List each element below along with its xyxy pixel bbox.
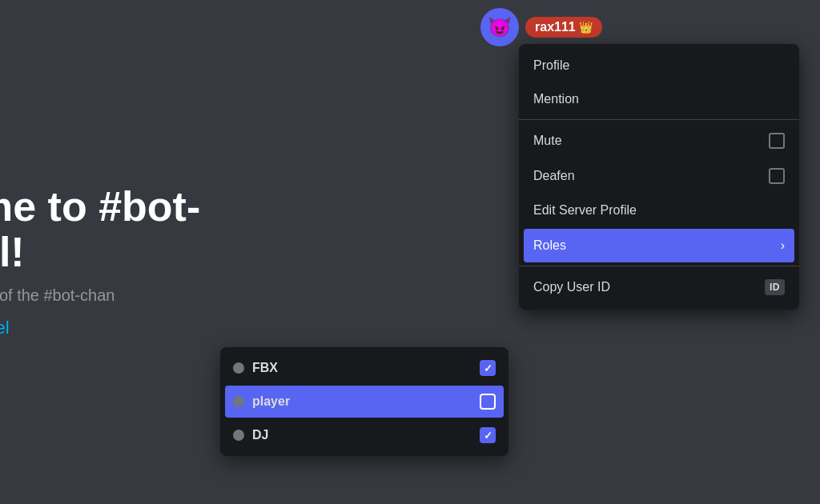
- avatar[interactable]: 😈: [480, 8, 519, 46]
- divider-1: [519, 119, 799, 120]
- roles-submenu: FBX player DJ: [220, 347, 508, 456]
- roles-item-dj[interactable]: DJ: [220, 419, 508, 451]
- menu-label-mention: Mention: [533, 92, 579, 106]
- menu-label-deafen: Deafen: [533, 169, 575, 183]
- id-badge: ID: [765, 279, 785, 295]
- id-badge-container: ID: [765, 279, 785, 295]
- roles-item-fbx[interactable]: FBX: [220, 352, 508, 384]
- menu-label-profile: Profile: [533, 58, 569, 73]
- player-dot: [233, 396, 244, 407]
- deafen-checkbox-container: [769, 168, 785, 184]
- fbx-role-name: FBX: [252, 361, 278, 375]
- fbx-dot: [233, 362, 244, 374]
- dj-checkbox[interactable]: [480, 427, 496, 443]
- user-trigger[interactable]: 😈 rax111 👑: [480, 8, 602, 46]
- mute-checkbox[interactable]: [769, 133, 785, 149]
- divider-2: [519, 266, 799, 266]
- menu-label-copy-user-id: Copy User ID: [533, 280, 610, 294]
- username-badge[interactable]: rax111 👑: [525, 17, 602, 38]
- context-menu: Profile Mention Mute Deafen Edit Server …: [519, 44, 799, 310]
- crown-icon: 👑: [579, 21, 593, 34]
- menu-item-mention[interactable]: Mention: [519, 82, 799, 116]
- dj-role-name: DJ: [252, 428, 268, 442]
- menu-item-roles[interactable]: Roles ›: [524, 229, 794, 262]
- deafen-checkbox[interactable]: [769, 168, 785, 184]
- menu-item-profile[interactable]: Profile: [519, 49, 799, 82]
- fbx-checkbox[interactable]: [480, 360, 496, 376]
- fbx-role-left: FBX: [233, 361, 278, 375]
- chevron-right-icon: ›: [781, 238, 785, 253]
- player-role-name: player: [252, 394, 290, 409]
- username-text: rax111: [535, 20, 576, 34]
- menu-label-edit-server-profile: Edit Server Profile: [533, 203, 637, 218]
- menu-item-mute[interactable]: Mute: [519, 123, 799, 158]
- player-checkbox[interactable]: [480, 394, 496, 410]
- welcome-subtitle: art of the #bot-chan: [0, 286, 200, 305]
- chat-welcome-text: me to #bot- el! art of the #bot-chan nne…: [0, 184, 200, 338]
- menu-label-roles: Roles: [533, 238, 566, 253]
- dj-dot: [233, 430, 244, 441]
- roles-chevron-container: ›: [781, 238, 785, 253]
- welcome-title-line1: me to #bot-: [0, 184, 200, 230]
- dj-role-left: DJ: [233, 428, 268, 442]
- mute-checkbox-container: [769, 133, 785, 149]
- welcome-title-line2: el!: [0, 230, 200, 275]
- menu-item-copy-user-id[interactable]: Copy User ID ID: [519, 270, 799, 305]
- menu-item-edit-server-profile[interactable]: Edit Server Profile: [519, 194, 799, 227]
- menu-label-mute: Mute: [533, 134, 562, 148]
- menu-item-deafen[interactable]: Deafen: [519, 158, 799, 194]
- roles-item-player[interactable]: player: [225, 386, 504, 418]
- channel-link[interactable]: nnel: [0, 318, 200, 338]
- player-role-left: player: [233, 394, 290, 409]
